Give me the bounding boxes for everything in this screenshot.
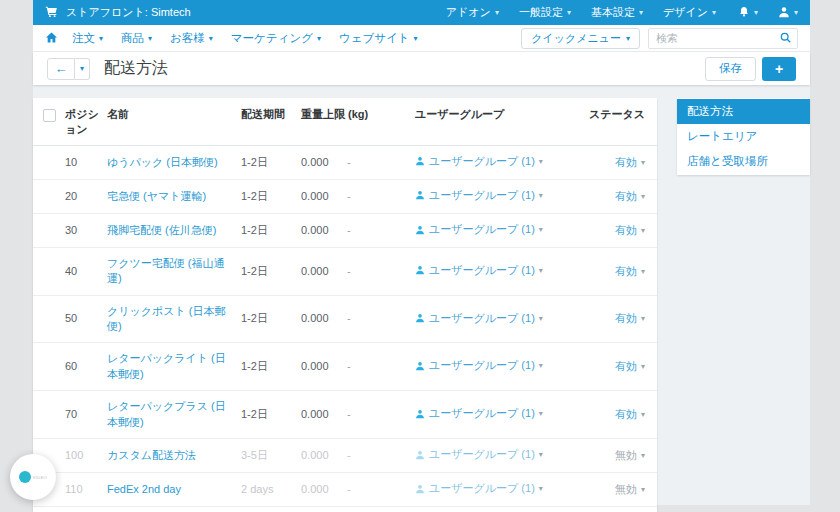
user-group-dropdown[interactable]: ユーザーグループ (1)▾: [415, 311, 543, 326]
status-dropdown[interactable]: 有効▾: [615, 155, 645, 170]
status-label: 有効: [615, 155, 637, 170]
back-dropdown-button[interactable]: ▾: [75, 58, 90, 80]
weight-max-value: [361, 247, 411, 295]
quick-menu-button[interactable]: クイックメニュー ▾: [521, 28, 640, 49]
user-group-icon: [415, 265, 425, 275]
topbar-menu-item[interactable]: デザイン▾: [663, 5, 716, 20]
weight-min-value: 0.000: [297, 247, 343, 295]
navbar-item[interactable]: お客様▾: [170, 31, 213, 46]
admin-app: ストアフロント: Simtech アドオン▾一般設定▾基本設定▾デザイン▾ ▾ …: [33, 0, 810, 505]
navbar-item[interactable]: 注文▾: [72, 31, 103, 46]
row-select-cell: [33, 213, 61, 247]
shipping-method-link[interactable]: 飛脚宅配便 (佐川急便): [107, 224, 216, 236]
navbar-item-label: ウェブサイト: [339, 31, 410, 46]
status-dropdown[interactable]: 有効▾: [615, 359, 645, 374]
topbar: ストアフロント: Simtech アドオン▾一般設定▾基本設定▾デザイン▾ ▾ …: [33, 0, 810, 25]
navbar-item[interactable]: ウェブサイト▾: [339, 31, 418, 46]
navbar-item-label: 商品: [121, 31, 144, 46]
weight-separator: -: [343, 145, 361, 179]
back-button[interactable]: ←: [47, 58, 75, 80]
navbar-item[interactable]: 商品▾: [121, 31, 152, 46]
sidebar-item[interactable]: レートエリア: [677, 124, 810, 149]
chevron-down-icon: ▾: [317, 34, 321, 43]
search-icon: [779, 31, 792, 46]
status-dropdown[interactable]: 無効▾: [615, 448, 645, 463]
shipping-method-link[interactable]: カスタム配送方法: [107, 449, 196, 461]
chevron-down-icon: ▾: [539, 449, 543, 460]
chevron-down-icon: ▾: [539, 265, 543, 276]
user-group-dropdown[interactable]: ユーザーグループ (1)▾: [415, 447, 543, 462]
chevron-down-icon: ▾: [539, 408, 543, 419]
topbar-menu-item[interactable]: 基本設定▾: [591, 5, 643, 20]
user-group-dropdown[interactable]: ユーザーグループ (1)▾: [415, 358, 543, 373]
user-group-icon: [415, 361, 425, 371]
weight-max-value: [361, 507, 411, 512]
table-header-row: ポジション 名前 配送期間 重量上限 (kg) ユーザーグループ ステータス: [33, 98, 657, 145]
sidebar-item[interactable]: 店舗と受取場所: [677, 149, 810, 174]
user-group-dropdown[interactable]: ユーザーグループ (1)▾: [415, 263, 543, 278]
topbar-menu-item[interactable]: 一般設定▾: [519, 5, 571, 20]
shipping-method-link[interactable]: 宅急便 (ヤマト運輸): [107, 190, 206, 202]
user-group-dropdown[interactable]: ユーザーグループ (1)▾: [415, 222, 543, 237]
row-select-cell: [33, 507, 61, 512]
bell-icon: [738, 6, 750, 20]
weight-max-value: [361, 391, 411, 439]
position-value: 110: [61, 473, 103, 507]
shipping-method-link[interactable]: FedEx 2nd day: [107, 483, 181, 495]
shipping-time-value: 3-5日: [237, 439, 297, 473]
notifications-menu[interactable]: ▾: [738, 6, 758, 20]
select-all-checkbox[interactable]: [43, 109, 56, 122]
add-button[interactable]: +: [762, 57, 796, 81]
status-dropdown[interactable]: 有効▾: [615, 223, 645, 238]
home-button[interactable]: [45, 31, 58, 46]
search-input[interactable]: [649, 32, 773, 44]
user-group-dropdown[interactable]: ユーザーグループ (1)▾: [415, 406, 543, 421]
chevron-down-icon: ▾: [539, 156, 543, 167]
weight-separator: -: [343, 507, 361, 512]
status-dropdown[interactable]: 有効▾: [615, 189, 645, 204]
user-group-dropdown[interactable]: ユーザーグループ (1)▾: [415, 154, 543, 169]
video-badge[interactable]: VIDEO: [10, 454, 56, 500]
save-button[interactable]: 保存: [705, 57, 756, 81]
navbar-item[interactable]: マーケティング▾: [231, 31, 321, 46]
row-select-cell: [33, 391, 61, 439]
chevron-down-icon: ▾: [794, 8, 798, 17]
shipping-method-link[interactable]: フクツー宅配便 (福山通運): [107, 257, 225, 284]
shipping-method-link[interactable]: レターパックライト (日本郵便): [107, 352, 226, 379]
user-group-icon: [415, 225, 425, 235]
position-value: 10: [61, 145, 103, 179]
position-value: 50: [61, 295, 103, 343]
header-status: ステータス: [581, 98, 657, 145]
user-group-dropdown[interactable]: ユーザーグループ (1)▾: [415, 188, 543, 203]
header-user-groups: ユーザーグループ: [411, 98, 581, 145]
status-label: 無効: [615, 448, 637, 463]
status-dropdown[interactable]: 有効▾: [615, 264, 645, 279]
chevron-down-icon: ▾: [641, 225, 645, 236]
storefront-link[interactable]: ストアフロント: Simtech: [45, 5, 191, 20]
cart-icon: [45, 5, 58, 20]
shipping-method-link[interactable]: クリックポスト (日本郵便): [107, 305, 226, 332]
header-position: ポジション: [61, 98, 103, 145]
status-dropdown[interactable]: 無効▾: [615, 482, 645, 497]
status-dropdown[interactable]: 有効▾: [615, 407, 645, 422]
sidebar-item[interactable]: 配送方法: [677, 99, 810, 124]
user-group-label: ユーザーグループ (1): [429, 222, 535, 237]
status-dropdown[interactable]: 有効▾: [615, 311, 645, 326]
chevron-down-icon: ▾: [641, 361, 645, 372]
weight-max-value: [361, 295, 411, 343]
shipping-method-link[interactable]: ゆうパック (日本郵便): [107, 156, 218, 168]
weight-min-value: 0.000: [297, 295, 343, 343]
shipping-method-link[interactable]: レターパックプラス (日本郵便): [107, 400, 226, 427]
shipping-time-value: 1-2日: [237, 391, 297, 439]
shipping-time-value: 1-2日: [237, 179, 297, 213]
storefront-label: ストアフロント: Simtech: [66, 5, 191, 20]
chevron-down-icon: ▾: [539, 224, 543, 235]
chevron-down-icon: ▾: [539, 483, 543, 494]
home-icon: [45, 31, 58, 46]
user-group-dropdown[interactable]: ユーザーグループ (1)▾: [415, 481, 543, 496]
account-menu[interactable]: ▾: [778, 6, 798, 20]
weight-min-value: 0.000: [297, 213, 343, 247]
status-label: 有効: [615, 223, 637, 238]
topbar-menu-item[interactable]: アドオン▾: [446, 5, 499, 20]
search-button[interactable]: [773, 29, 797, 48]
